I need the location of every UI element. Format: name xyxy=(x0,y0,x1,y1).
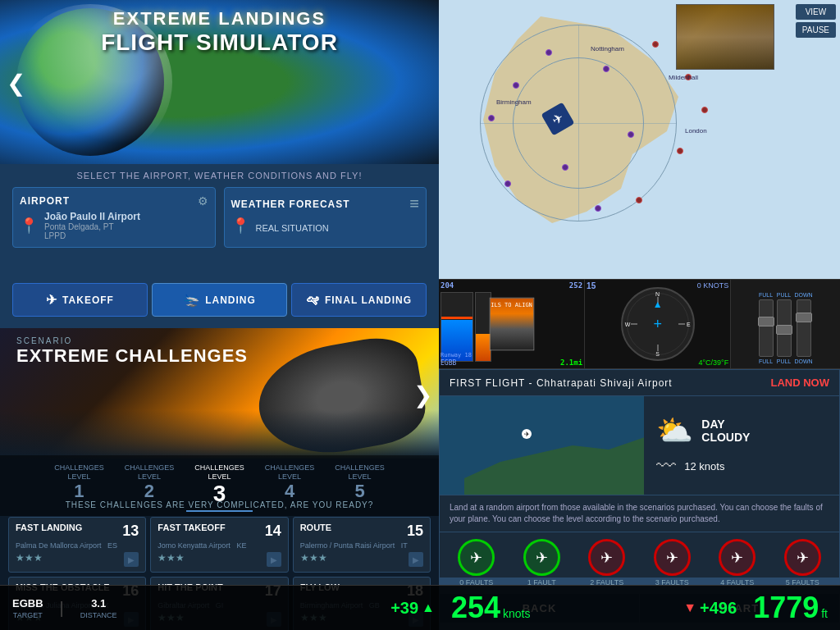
airport-sub: Ponta Delgada, PT xyxy=(44,222,140,231)
scenario-label: SCENARIO xyxy=(16,336,248,345)
challenge-item-fast-takeoff[interactable]: FAST TAKEOFF 14 Jomo Kenyatta Airport KE… xyxy=(150,517,288,573)
throttle-track-3[interactable] xyxy=(797,299,811,357)
location-pin-icon: 📍 xyxy=(20,217,38,235)
flight-sim-panel: EXTREME LANDINGS FLIGHT SIMULATOR ❮ SELE… xyxy=(0,0,439,328)
fault-circle-5[interactable]: ✈ xyxy=(784,539,821,576)
airfield-dot xyxy=(562,164,568,171)
weather-card[interactable]: WEATHER FORECAST ≡ 📍 REAL SITUATION xyxy=(224,187,427,248)
airfield-no-dot xyxy=(636,197,642,203)
faults-row: ✈ 0 FAULTS ✈ 1 FAULT ✈ 2 FAULTS ✈ 3 FAUL… xyxy=(440,532,839,593)
land-now-button[interactable]: LAND NOW xyxy=(771,377,830,389)
airfield-dot xyxy=(504,180,511,187)
airfield-dot xyxy=(595,205,601,212)
weather-pin-icon: 📍 xyxy=(231,217,249,235)
hsi-top-label: 15 xyxy=(587,281,596,290)
fault-circle-3[interactable]: ✈ xyxy=(654,539,691,576)
throttle-gauge: FULL FULL PULL PULL DOWN DOWN xyxy=(731,280,840,368)
landing-button[interactable]: 🛬 LANDING xyxy=(152,283,287,317)
status-sep-1: | xyxy=(60,599,64,618)
airport-card[interactable]: AIRPORT ⚙ 📍 João Paulo II Airport Ponta … xyxy=(12,187,216,248)
ils-align-text: ILS TO ALIGN xyxy=(491,302,532,308)
panel-title: FLIGHT SIMULATOR xyxy=(0,30,439,56)
airport-weather-row: AIRPORT ⚙ 📍 João Paulo II Airport Ponta … xyxy=(12,187,427,248)
fault-3[interactable]: ✈ 3 FAULTS xyxy=(654,539,691,587)
map-thumbnail-preview xyxy=(676,4,774,70)
fault-circle-2[interactable]: ✈ xyxy=(588,539,625,576)
throttle-handle-2[interactable] xyxy=(776,325,792,335)
next-arrow-icon[interactable]: ❯ xyxy=(413,381,432,409)
first-flight-panel: FIRST FLIGHT - Chhatrapati Shivaji Airpo… xyxy=(439,369,840,578)
airfield-dot xyxy=(628,131,634,138)
airport-label: AIRPORT xyxy=(20,195,70,207)
airfield-dot xyxy=(513,82,519,89)
airport-section: SELECT THE AIRPORT, WEATHER CONDITIONS A… xyxy=(0,164,439,262)
airfield-no-dot xyxy=(677,148,683,154)
fault-circle-1[interactable]: ✈ xyxy=(523,539,560,576)
action-buttons-row: ✈ TAKEOFF 🛬 LANDING 🛩 FINAL LANDING xyxy=(0,283,439,325)
first-flight-map: ✈ xyxy=(440,396,644,495)
compass-center-icon: + xyxy=(653,316,662,333)
fault-4[interactable]: ✈ 4 FAULTS xyxy=(719,539,756,587)
throttle-track-1[interactable] xyxy=(759,299,774,357)
instruments-panel: 204 252 ILS TO ALIGN EGBB 2.1 xyxy=(439,279,840,369)
map-label-mildenhall: Mildenhall xyxy=(669,74,698,81)
weather-condition-row: ⛅ DAY CLOUDY xyxy=(656,413,827,448)
takeoff-button[interactable]: ✈ TAKEOFF xyxy=(12,283,148,317)
first-flight-content: ✈ ⛅ DAY CLOUDY 〰 12 knots xyxy=(440,396,839,495)
fault-circle-0[interactable]: ✈ xyxy=(458,539,495,576)
first-flight-description: Land at a random airport from those avai… xyxy=(440,495,839,532)
fault-2[interactable]: ✈ 2 FAULTS xyxy=(588,539,625,587)
ff-map-land xyxy=(464,413,644,495)
cloudy-sun-icon: ⛅ xyxy=(656,413,693,448)
ils-right-num: 252 xyxy=(569,281,582,290)
challenges-ready-label: THESE CHALLENGES ARE VERY COMPLICATED, A… xyxy=(0,500,439,509)
airfield-no-dot xyxy=(652,41,659,48)
throttle-handle-1[interactable] xyxy=(758,317,774,326)
fault-5[interactable]: ✈ 5 FAULTS xyxy=(784,539,821,587)
weather-day-label: DAY xyxy=(701,418,750,431)
challenge-arrow-icon[interactable]: ▶ xyxy=(409,552,423,567)
weather-label: WEATHER FORECAST xyxy=(231,199,350,210)
final-landing-button[interactable]: 🛩 FINAL LANDING xyxy=(291,283,427,317)
airfield-no-dot xyxy=(701,107,708,113)
fault-0[interactable]: ✈ 0 FAULTS xyxy=(458,539,495,587)
view-button[interactable]: VIEW xyxy=(796,4,836,20)
scenario-block: SCENARIO EXTREME CHALLENGES xyxy=(16,336,248,367)
filter-icon[interactable]: ≡ xyxy=(409,194,419,213)
map-cross-vertical xyxy=(578,25,579,221)
bg-overlay xyxy=(0,410,439,459)
distance-status: 3.1 DISTANCE xyxy=(80,597,117,619)
airport-code: LPPD xyxy=(44,231,140,240)
challenge-item-route[interactable]: ROUTE 15 Palermo / Punta Raisi Airport I… xyxy=(293,517,431,573)
challenge-arrow-icon[interactable]: ▶ xyxy=(124,552,139,567)
ils-airport-label: EGBB xyxy=(441,359,456,367)
speed-delta-block: +39 ▲ xyxy=(390,599,435,618)
first-flight-weather: ⛅ DAY CLOUDY 〰 12 knots xyxy=(644,396,839,495)
ff-map-background: ✈ xyxy=(440,396,644,495)
airfield-dot xyxy=(488,115,495,121)
challenge-item-fast-landing[interactable]: FAST LANDING 13 Palma De Mallorca Airpor… xyxy=(8,517,146,573)
hsi-gauge: 15 0 KNOTS N S W E + ▲ 4°C/39°F xyxy=(585,280,731,368)
prev-arrow-icon[interactable]: ❮ xyxy=(7,70,25,97)
speed-block: 254 knots xyxy=(451,591,531,625)
map-background: ✈ Nottingham Mildenhall Birmingham Londo… xyxy=(439,0,840,279)
throttle-track-2[interactable] xyxy=(777,299,792,357)
first-flight-title: FIRST FLIGHT - Chhatrapati Shivaji Airpo… xyxy=(450,377,673,389)
select-instructions: SELECT THE AIRPORT, WEATHER CONDITIONS A… xyxy=(12,171,427,180)
altitude-unit: ft xyxy=(821,607,828,620)
compass-display: 15 0 KNOTS N S W E + ▲ 4°C/39°F xyxy=(585,280,730,368)
challenge-background: SCENARIO EXTREME CHALLENGES xyxy=(0,328,439,459)
fault-1[interactable]: ✈ 1 FAULT xyxy=(523,539,560,587)
map-panel: ✈ Nottingham Mildenhall Birmingham Londo… xyxy=(439,0,840,279)
pause-button[interactable]: PAUSE xyxy=(796,22,836,38)
hsi-knots-label: 0 KNOTS xyxy=(697,281,729,290)
game-title: EXTREME LANDINGS xyxy=(0,8,439,30)
takeoff-icon: ✈ xyxy=(46,292,57,308)
fault-circle-4[interactable]: ✈ xyxy=(719,539,756,576)
status-distance: 3.1 xyxy=(91,597,106,609)
throttle-handle-3[interactable] xyxy=(796,313,812,322)
weather-cloudy-label: CLOUDY xyxy=(701,431,750,444)
challenge-arrow-icon[interactable]: ▶ xyxy=(267,552,281,567)
settings-icon[interactable]: ⚙ xyxy=(198,194,208,208)
map-label-nottingham: Nottingham xyxy=(591,45,624,52)
